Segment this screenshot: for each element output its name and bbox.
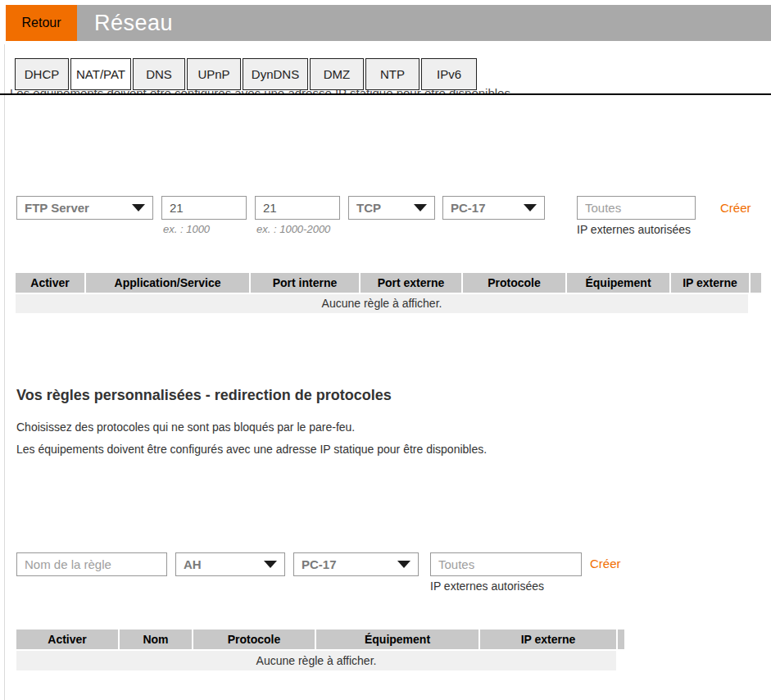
tab-ntp[interactable]: NTP <box>365 58 420 90</box>
tab-nat-pat[interactable]: NAT/PAT <box>70 58 131 90</box>
tab-ipv6[interactable]: IPv6 <box>421 58 477 90</box>
custom-device-select[interactable]: PC-17 <box>293 552 419 576</box>
tab-dhcp[interactable]: DHCP <box>15 58 69 90</box>
back-button[interactable]: Retour <box>6 5 77 41</box>
custom-rules-title: Vos règles personnalisées - redirection … <box>16 387 392 404</box>
col-port-externe: Port externe <box>361 273 461 293</box>
tab-dyndns[interactable]: DynDNS <box>243 58 308 90</box>
dropdown-arrow-icon <box>414 204 427 211</box>
rule-name-input[interactable] <box>16 552 167 576</box>
col-ip-externe: IP externe <box>480 630 616 649</box>
nat-table-empty-row: Aucune règle à afficher. <box>16 294 748 313</box>
external-ip-input[interactable] <box>577 196 696 220</box>
col-protocole: Protocole <box>193 630 315 649</box>
col-protocole: Protocole <box>463 273 565 293</box>
custom-rules-desc-2: Les équipements doivent être configurés … <box>16 443 487 456</box>
tab-bar: DHCP NAT/PAT DNS UPnP DynDNS DMZ NTP IPv… <box>15 58 477 90</box>
col-equipement: Équipement <box>316 630 478 649</box>
internal-port-input[interactable] <box>161 196 247 220</box>
custom-table-header: Activer Nom Protocole Équipement IP exte… <box>16 630 624 649</box>
col-activer: Activer <box>16 630 118 649</box>
dropdown-arrow-icon <box>397 561 410 568</box>
external-port-hint: ex. : 1000-2000 <box>256 223 330 235</box>
header: Retour Réseau <box>6 5 771 41</box>
application-service-select[interactable]: FTP Server <box>16 196 153 220</box>
col-application-service: Application/Service <box>86 273 249 293</box>
external-ip-hint: IP externes autorisées <box>577 223 691 236</box>
col-actions-sliver <box>751 273 761 293</box>
col-ip-externe: IP externe <box>671 273 749 293</box>
col-equipement: Équipement <box>567 273 669 293</box>
custom-table-empty-row: Aucune règle à afficher. <box>16 651 616 670</box>
content-left-border <box>4 44 5 700</box>
col-nom: Nom <box>120 630 192 649</box>
create-rule-link[interactable]: Créer <box>720 201 751 215</box>
custom-create-rule-link[interactable]: Créer <box>590 557 621 570</box>
external-port-input[interactable] <box>255 196 340 220</box>
nat-table-header: Activer Application/Service Port interne… <box>16 273 761 293</box>
custom-protocol-select[interactable]: AH <box>175 552 285 576</box>
dropdown-arrow-icon <box>132 204 145 211</box>
dropdown-arrow-icon <box>264 561 277 568</box>
custom-rules-desc-1: Choisissez des protocoles qui ne sont pa… <box>16 420 355 434</box>
col-actions-sliver <box>618 630 624 649</box>
protocol-select[interactable]: TCP <box>348 196 435 220</box>
tab-dns[interactable]: DNS <box>133 58 185 90</box>
page-title: Réseau <box>77 5 771 41</box>
tab-dmz[interactable]: DMZ <box>310 58 364 90</box>
col-activer: Activer <box>16 273 84 293</box>
custom-external-ip-input[interactable] <box>430 552 582 576</box>
custom-external-ip-hint: IP externes autorisées <box>430 580 544 593</box>
device-select[interactable]: PC-17 <box>442 196 545 220</box>
dropdown-arrow-icon <box>524 204 537 211</box>
tabbar-bottom-line <box>0 93 771 95</box>
col-port-interne: Port interne <box>251 273 359 293</box>
internal-port-hint: ex. : 1000 <box>163 223 210 235</box>
tab-upnp[interactable]: UPnP <box>187 58 241 90</box>
